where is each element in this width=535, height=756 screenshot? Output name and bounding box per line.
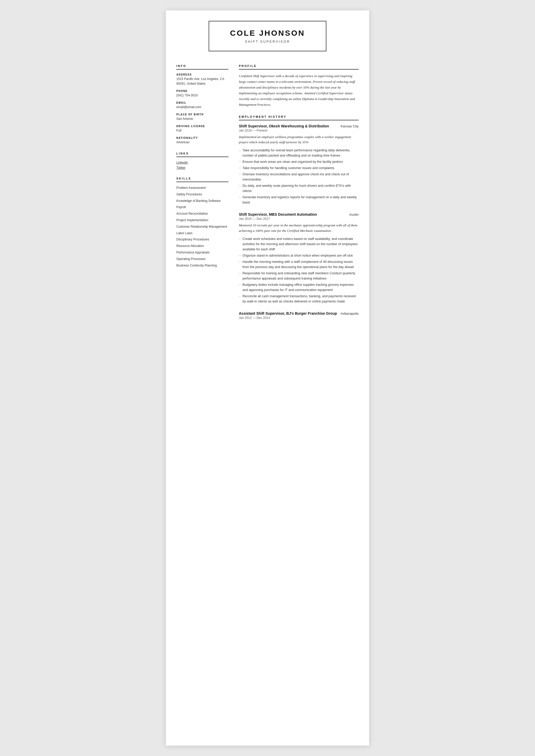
bullet-item: Budgetary duties include managing office… [239,282,359,293]
job-block-3: Assistant Shift Supervisor, BJ's Burger … [239,311,359,320]
candidate-name: COLE JHONSON [230,29,305,38]
job-header-1: Shift Supervisor, Okesh Warehousing & Di… [239,124,359,128]
profile-label: PROFILE [239,64,359,70]
sidebar: INFO ADDRESS 1515 Pacific Ave, Los Angel… [176,64,228,327]
job-bullets-2: Create work schedules and rosters based … [239,236,359,304]
job-header-2: Shift Supervisor, MBS Document Automatio… [239,212,359,216]
job-dates-3: Jan 2012 — Dec 2014 [239,316,359,320]
skill-item: Account Reconciliation [176,211,228,216]
job-title-2: Shift Supervisor, MBS Document Automatio… [239,212,317,216]
employment-label: EMPLOYMENT HISTORY [239,115,359,120]
license-value: Full [176,128,228,133]
links-section: LINKS Linkedin Twitter [176,152,228,170]
job-block-1: Shift Supervisor, Okesh Warehousing & Di… [239,124,359,205]
email-value: email@email.com [176,105,228,109]
bullet-item: Reconcile all cash management transactio… [239,294,359,304]
skill-item: Project Implementation [176,218,228,222]
bullet-item: Organize stand-in administrators at shor… [239,253,359,258]
skill-item: Resource Allocation [176,244,228,248]
license-field: DRIVING LICENSE Full [176,125,228,133]
skills-section-label: SKILLS [176,177,228,182]
phone-label: PHONE [176,90,228,93]
skill-item: Disciplinary Procedures [176,237,228,242]
candidate-title: SHIFT SUPERVISOR [230,40,305,43]
job-summary-2: Mentored 10 recruits per year in the mec… [239,223,359,234]
nationality-value: American [176,140,228,145]
job-bullets-1: Take accountability for overall team per… [239,148,359,205]
phone-field: PHONE (541) 754-3010 [176,90,228,98]
main-layout: INFO ADDRESS 1515 Pacific Ave, Los Angel… [166,64,369,327]
bullet-item: Do daily, and weekly route planning for … [239,183,359,194]
linkedin-link[interactable]: Linkedin [176,161,228,164]
email-label: EMAIL [176,101,228,104]
job-dates-1: Jan 2018 — Present [239,129,359,132]
bullet-item: Handle the morning meeting with a staff … [239,259,359,270]
header-section: COLE JHONSON SHIFT SUPERVISOR [166,11,369,64]
employment-section: EMPLOYMENT HISTORY Shift Supervisor, Oke… [239,115,359,320]
info-section-label: INFO [176,64,228,70]
bullet-item: Take responsibility for handling custome… [239,165,359,171]
nationality-label: NATIONALITY [176,136,228,139]
skill-item: Payroll [176,205,228,210]
main-content: PROFILE Confident Shift Supervisor with … [239,64,359,327]
skill-item: Problem Assessment [176,186,228,190]
skill-item: Business Continuity Planning [176,264,228,268]
job-location-2: Austin [349,212,359,216]
profile-text: Confident Shift Supervisor with a decade… [239,73,359,108]
address-label: ADDRESS [176,73,228,76]
links-section-label: LINKS [176,152,228,157]
job-summary-1: Implemented an employee wellness program… [239,134,359,145]
address-field: ADDRESS 1515 Pacific Ave, Los Angeles, C… [176,73,228,86]
job-location-3: Indianapolis [341,312,359,316]
email-field: EMAIL email@email.com [176,101,228,109]
skill-item: Customer Relationship Management [176,225,228,229]
birth-label: PLACE OF BIRTH [176,113,228,116]
info-section: INFO ADDRESS 1515 Pacific Ave, Los Angel… [176,64,228,145]
address-value: 1515 Pacific Ave, Los Angeles, CA 90291,… [176,77,228,86]
bullet-item: Ensure that work areas are clean and org… [239,159,359,164]
bullet-item: Create work schedules and rosters based … [239,236,359,252]
job-block-2: Shift Supervisor, MBS Document Automatio… [239,212,359,304]
twitter-link[interactable]: Twitter [176,166,228,170]
info-fields: ADDRESS 1515 Pacific Ave, Los Angeles, C… [176,73,228,145]
job-dates-2: Jan 2015 — Dec 2017 [239,217,359,221]
birth-field: PLACE OF BIRTH San Antonio [176,113,228,121]
skill-item: Operating Processes [176,257,228,261]
skill-item: Knowledge of Banking Software [176,199,228,203]
bullet-item: Oversee inventory reconciliations and ap… [239,172,359,182]
profile-section: PROFILE Confident Shift Supervisor with … [239,64,359,108]
skill-item: Labor Laws [176,231,228,236]
bullet-item: Generate inventory and logistics reports… [239,195,359,205]
header-box: COLE JHONSON SHIFT SUPERVISOR [209,21,326,51]
job-title-3: Assistant Shift Supervisor, BJ's Burger … [239,311,337,316]
nationality-field: NATIONALITY American [176,136,228,145]
skill-item: Safety Procedures [176,192,228,197]
skills-section: SKILLS Problem Assessment Safety Procedu… [176,177,228,267]
phone-value: (541) 754-3010 [176,93,228,98]
skill-item: Performance Appraisals [176,250,228,255]
license-label: DRIVING LICENSE [176,125,228,128]
birth-value: San Antonio [176,117,228,121]
resume-page: COLE JHONSON SHIFT SUPERVISOR INFO ADDRE… [166,11,369,745]
bullet-item: Take accountability for overall team per… [239,148,359,158]
job-header-3: Assistant Shift Supervisor, BJ's Burger … [239,311,359,316]
job-title-1: Shift Supervisor, Okesh Warehousing & Di… [239,124,329,128]
bullet-item: Responsible for training and onboarding … [239,271,359,281]
job-location-1: Kansas City [341,124,359,128]
